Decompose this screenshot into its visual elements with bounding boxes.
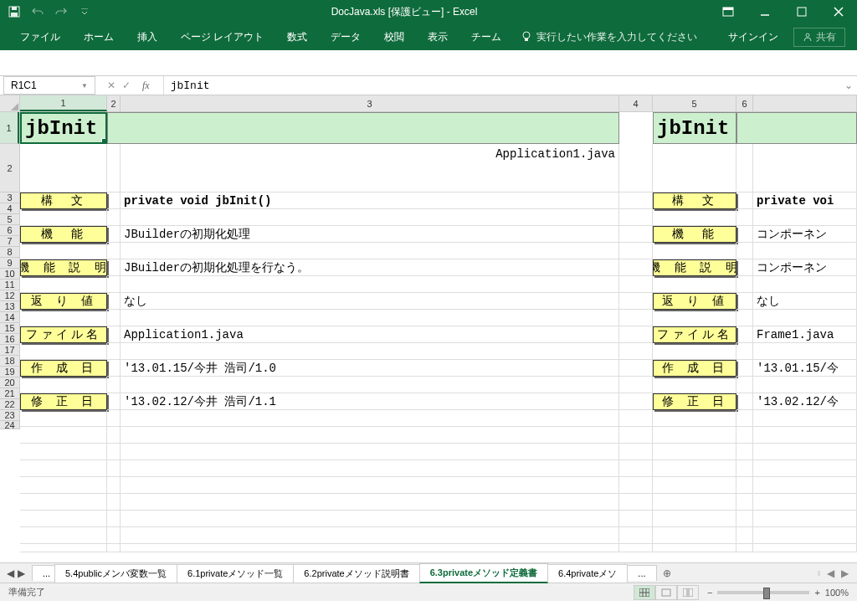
- sheet-tab[interactable]: 6.2privateメソッド説明書: [293, 564, 419, 583]
- cell[interactable]: [653, 460, 736, 477]
- cell[interactable]: [653, 144, 736, 192]
- hscroll-left-icon[interactable]: ⦂: [814, 567, 824, 579]
- row-header[interactable]: 17: [0, 345, 19, 356]
- cell[interactable]: [20, 209, 107, 226]
- cell[interactable]: [736, 477, 753, 494]
- cell[interactable]: [20, 444, 107, 460]
- sheet-tab-active[interactable]: 6.3privateメソッド定義書: [419, 563, 548, 583]
- cell[interactable]: [121, 310, 619, 326]
- row-header[interactable]: 9: [0, 258, 19, 269]
- cell[interactable]: [736, 460, 753, 477]
- cell[interactable]: [619, 377, 653, 393]
- cell[interactable]: [736, 377, 753, 393]
- label-syntax[interactable]: 構 文: [20, 192, 107, 209]
- label-function-2[interactable]: 機 能: [653, 226, 736, 243]
- sheet-tab-ellipsis2[interactable]: ...: [627, 565, 656, 581]
- name-box[interactable]: R1C1 ▼: [3, 76, 95, 95]
- select-all-corner[interactable]: [0, 95, 20, 112]
- row-header[interactable]: 7: [0, 236, 19, 247]
- formula-expand-icon[interactable]: ⌄: [840, 80, 857, 91]
- tab-view[interactable]: 表示: [416, 23, 459, 50]
- formula-input[interactable]: jbInit: [164, 80, 840, 92]
- cell[interactable]: [736, 544, 753, 552]
- col-header-blank[interactable]: [753, 95, 857, 111]
- cell[interactable]: [736, 360, 753, 377]
- cell[interactable]: [121, 477, 619, 494]
- value-created-2[interactable]: '13.01.15/今: [753, 360, 857, 377]
- tab-team[interactable]: チーム: [459, 23, 513, 50]
- cell[interactable]: [619, 343, 653, 360]
- cell[interactable]: [736, 192, 753, 209]
- cell[interactable]: [121, 209, 619, 226]
- value-filename[interactable]: Application1.java: [121, 326, 619, 343]
- cell[interactable]: [107, 427, 121, 444]
- cell[interactable]: [619, 226, 653, 243]
- cell[interactable]: [20, 527, 107, 544]
- cell[interactable]: [619, 276, 653, 293]
- row-header[interactable]: 16: [0, 334, 19, 345]
- value-return[interactable]: なし: [121, 293, 619, 310]
- close-icon[interactable]: [820, 0, 857, 23]
- cell[interactable]: [121, 511, 619, 527]
- cell[interactable]: [121, 460, 619, 477]
- row-header-1[interactable]: 1: [0, 112, 19, 144]
- save-icon[interactable]: [7, 4, 22, 19]
- cell[interactable]: [619, 293, 653, 310]
- cell[interactable]: [736, 293, 753, 310]
- zoom-out-icon[interactable]: −: [707, 588, 712, 598]
- cell[interactable]: [121, 427, 619, 444]
- cell[interactable]: [107, 209, 121, 226]
- cell[interactable]: [736, 144, 753, 192]
- cell[interactable]: [107, 326, 121, 343]
- value-function[interactable]: JBuilderの初期化処理: [121, 226, 619, 243]
- cell[interactable]: [20, 276, 107, 293]
- row-header[interactable]: 21: [0, 388, 19, 399]
- cell[interactable]: [121, 343, 619, 360]
- cell[interactable]: [619, 427, 653, 444]
- view-normal-icon[interactable]: [634, 585, 655, 600]
- cell[interactable]: [753, 343, 857, 360]
- value-created[interactable]: '13.01.15/今井 浩司/1.0: [121, 360, 619, 377]
- cell[interactable]: [20, 544, 107, 552]
- cell[interactable]: [107, 410, 121, 427]
- cell[interactable]: [753, 209, 857, 226]
- cell[interactable]: [121, 410, 619, 427]
- chevron-down-icon[interactable]: ▼: [81, 82, 88, 90]
- label-desc[interactable]: 機 能 説 明: [20, 259, 107, 276]
- tab-insert[interactable]: 挿入: [126, 23, 169, 50]
- label-syntax-2[interactable]: 構 文: [653, 192, 736, 209]
- value-syntax-2[interactable]: private voi: [753, 192, 857, 209]
- cell[interactable]: [753, 544, 857, 552]
- cell[interactable]: [736, 243, 753, 259]
- cell-r1-merged2[interactable]: [736, 112, 857, 144]
- cell[interactable]: [107, 527, 121, 544]
- tab-nav-prev-icon[interactable]: ◀: [7, 567, 14, 579]
- cell[interactable]: [121, 527, 619, 544]
- cell[interactable]: [653, 427, 736, 444]
- label-filename[interactable]: ファイル名: [20, 326, 107, 343]
- cell[interactable]: [107, 377, 121, 393]
- row-header[interactable]: 19: [0, 367, 19, 377]
- cell[interactable]: [619, 112, 653, 144]
- row-header-2[interactable]: 2: [0, 144, 19, 192]
- cell[interactable]: [619, 243, 653, 259]
- tab-nav-next-icon[interactable]: ▶: [18, 567, 25, 579]
- row-header[interactable]: 11: [0, 280, 19, 290]
- label-function[interactable]: 機 能: [20, 226, 107, 243]
- qat-dropdown-icon[interactable]: [77, 4, 92, 19]
- cell[interactable]: [653, 243, 736, 259]
- cell-r1-merged[interactable]: [107, 112, 619, 144]
- cell[interactable]: [653, 343, 736, 360]
- cell[interactable]: [107, 360, 121, 377]
- cell[interactable]: [736, 511, 753, 527]
- cell[interactable]: [619, 460, 653, 477]
- value-function-2[interactable]: コンポーネン: [753, 226, 857, 243]
- cell[interactable]: [107, 144, 121, 192]
- cell[interactable]: [20, 410, 107, 427]
- tab-home[interactable]: ホーム: [72, 23, 126, 50]
- value-modified-2[interactable]: '13.02.12/今: [753, 393, 857, 410]
- cell[interactable]: [753, 527, 857, 544]
- ribbon-display-icon[interactable]: [710, 0, 747, 23]
- value-syntax[interactable]: private void jbInit(): [121, 192, 619, 209]
- tab-file[interactable]: ファイル: [8, 23, 72, 50]
